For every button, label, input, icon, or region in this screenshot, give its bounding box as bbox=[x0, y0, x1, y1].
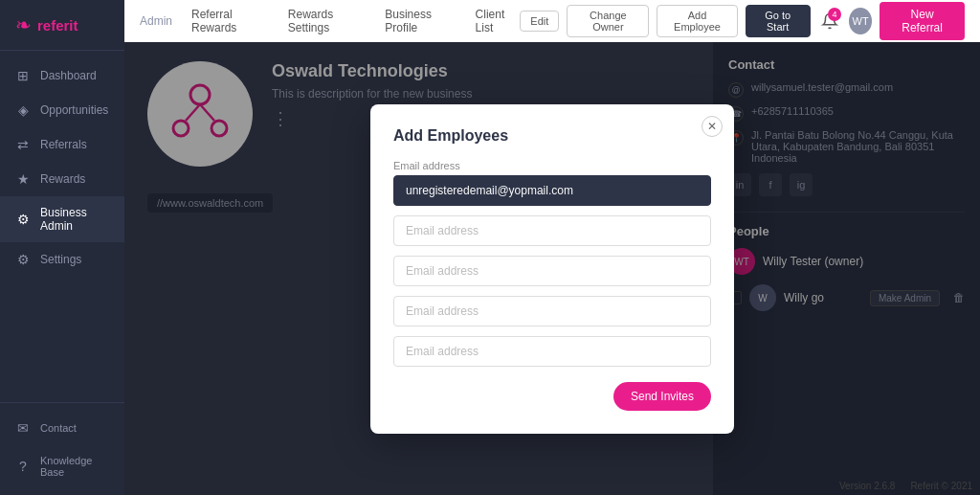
referrals-icon: ⇄ bbox=[15, 137, 31, 152]
notif-count: 4 bbox=[828, 8, 841, 21]
modal-close-button[interactable]: ✕ bbox=[702, 116, 723, 137]
sidebar-bottom: ✉ Contact ? Knowledge Base bbox=[0, 402, 124, 495]
settings-icon: ⚙ bbox=[15, 252, 31, 267]
opportunities-icon: ◈ bbox=[15, 102, 31, 118]
go-to-start-button[interactable]: Go to Start bbox=[746, 5, 811, 37]
topbar: Admin Referral Rewards Rewards Settings … bbox=[124, 0, 980, 42]
logo[interactable]: ❧ referit bbox=[0, 0, 124, 51]
sidebar-item-label: Settings bbox=[40, 253, 81, 266]
sidebar-item-referrals[interactable]: ⇄ Referrals bbox=[0, 127, 124, 162]
topbar-left: Admin Referral Rewards Rewards Settings … bbox=[140, 8, 520, 34]
knowledge-icon: ? bbox=[15, 459, 31, 474]
sidebar-item-label: Contact bbox=[40, 422, 77, 434]
modal-overlay[interactable]: ✕ Add Employees Email address Send Invit… bbox=[124, 42, 980, 495]
notifications-button[interactable]: 4 bbox=[818, 8, 841, 34]
email-input-4[interactable] bbox=[393, 296, 711, 326]
sidebar-item-knowledge-base[interactable]: ? Knowledge Base bbox=[0, 445, 124, 487]
logo-text: referit bbox=[37, 17, 78, 34]
sidebar-item-label: Rewards bbox=[40, 172, 85, 186]
nav-rewards-settings[interactable]: Rewards Settings bbox=[288, 8, 368, 34]
email-address-label: Email address bbox=[393, 160, 711, 171]
change-owner-button[interactable]: Change Owner bbox=[567, 5, 649, 37]
logo-icon: ❧ bbox=[15, 13, 32, 36]
sidebar-item-label: Knowledge Base bbox=[40, 455, 109, 478]
sidebar: ❧ referit ⊞ Dashboard ◈ Opportunities ⇄ … bbox=[0, 0, 124, 495]
dashboard-icon: ⊞ bbox=[15, 68, 31, 83]
email-input-2[interactable] bbox=[393, 215, 711, 246]
contact-icon: ✉ bbox=[15, 420, 31, 436]
edit-button[interactable]: Edit bbox=[520, 11, 559, 32]
sidebar-item-business-admin[interactable]: ⚙ Business Admin bbox=[0, 196, 124, 242]
send-invites-button[interactable]: Send Invites bbox=[613, 382, 711, 411]
nav-business-profile[interactable]: Business Profile bbox=[385, 8, 457, 34]
topbar-right: Edit Change Owner Add Employee Go to Sta… bbox=[520, 2, 965, 40]
email-input-3[interactable] bbox=[393, 256, 711, 286]
email-input-5[interactable] bbox=[393, 336, 711, 367]
sidebar-item-label: Opportunities bbox=[40, 103, 108, 117]
content-area: Oswald Technologies This is description … bbox=[124, 42, 980, 495]
sidebar-item-dashboard[interactable]: ⊞ Dashboard bbox=[0, 58, 124, 93]
sidebar-item-label: Business Admin bbox=[40, 206, 109, 233]
nav-client-list[interactable]: Client List bbox=[476, 8, 521, 34]
rewards-icon: ★ bbox=[15, 171, 31, 187]
sidebar-item-settings[interactable]: ⚙ Settings bbox=[0, 242, 124, 277]
breadcrumb: Admin bbox=[140, 14, 172, 28]
sidebar-item-rewards[interactable]: ★ Rewards bbox=[0, 162, 124, 196]
sidebar-item-opportunities[interactable]: ◈ Opportunities bbox=[0, 93, 124, 127]
new-referral-button[interactable]: New Referral bbox=[880, 2, 965, 40]
nav-referral-rewards[interactable]: Referral Rewards bbox=[191, 8, 271, 34]
main-area: Admin Referral Rewards Rewards Settings … bbox=[124, 0, 980, 495]
business-admin-icon: ⚙ bbox=[15, 212, 31, 227]
add-employee-button[interactable]: Add Employee bbox=[657, 5, 737, 37]
sidebar-item-label: Referrals bbox=[40, 138, 87, 151]
modal-footer: Send Invites bbox=[393, 382, 711, 411]
avatar[interactable]: WT bbox=[849, 8, 872, 34]
modal-title: Add Employees bbox=[393, 127, 711, 145]
add-employees-modal: ✕ Add Employees Email address Send Invit… bbox=[370, 104, 734, 434]
sidebar-nav: ⊞ Dashboard ◈ Opportunities ⇄ Referrals … bbox=[0, 51, 124, 402]
email-input-1[interactable] bbox=[393, 175, 711, 206]
sidebar-item-contact[interactable]: ✉ Contact bbox=[0, 411, 124, 445]
sidebar-item-label: Dashboard bbox=[40, 69, 97, 82]
topbar-nav: Referral Rewards Rewards Settings Busine… bbox=[191, 8, 520, 34]
